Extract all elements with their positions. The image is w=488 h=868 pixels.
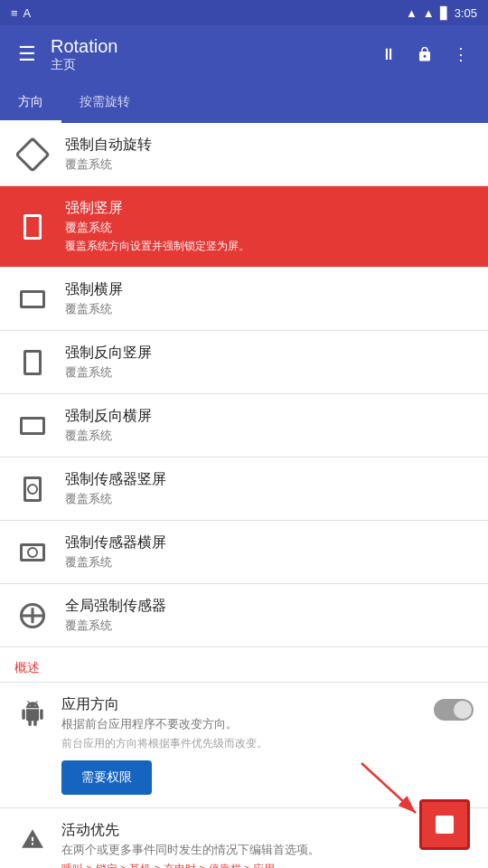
rotation-list: 强制自动旋转 覆盖系统 强制竖屏 覆盖系统 覆盖系统方向设置并强制锁定竖为屏。 …: [0, 123, 488, 647]
landscape-reverse-icon: [14, 408, 51, 444]
status-right: ▲ ▲ ▊ 3:05: [406, 6, 477, 20]
warning-icon: [14, 821, 51, 857]
item-sensor-landscape-sub: 覆盖系统: [65, 554, 474, 571]
landscape-icon: [14, 281, 51, 317]
item-portrait-reverse-content: 强制反向竖屏 覆盖系统: [65, 344, 474, 381]
sensor-landscape-icon: [14, 534, 51, 571]
item-portrait-reverse-title: 强制反向竖屏: [65, 344, 474, 363]
toolbar-title: Rotation 主页: [51, 36, 372, 73]
svg-line-1: [361, 763, 416, 813]
item-landscape-reverse-content: 强制反向横屏 覆盖系统: [65, 407, 474, 444]
item-landscape-sub: 覆盖系统: [65, 301, 474, 317]
item-global-sensor[interactable]: 全局强制传感器 覆盖系统: [0, 584, 488, 647]
toolbar: ☰ Rotation 主页 ⏸ ⋮: [0, 25, 488, 83]
item-portrait-sub: 覆盖系统: [65, 220, 474, 236]
app-setting-content: 应用方向 根据前台应用程序不要改变方向。: [61, 695, 238, 732]
app-name: Rotation: [51, 36, 372, 57]
item-landscape[interactable]: 强制横屏 覆盖系统: [0, 268, 488, 331]
lock-button[interactable]: [408, 38, 441, 71]
app-setting-sub: 根据前台应用程序不要改变方向。: [61, 716, 238, 732]
item-global-sensor-content: 全局强制传感器 覆盖系统: [65, 597, 474, 634]
portrait-icon: [14, 209, 51, 245]
activity-content: 活动优先 在两个或更多事件同时发生的情况下编辑首选项。: [61, 821, 320, 858]
status-bar: ≡ A ▲ ▲ ▊ 3:05: [0, 0, 488, 25]
item-sensor-portrait[interactable]: 强制传感器竖屏 覆盖系统: [0, 458, 488, 521]
portrait-reverse-icon: [14, 344, 51, 381]
tabs: 方向 按需旋转: [0, 83, 488, 123]
item-portrait-title: 强制竖屏: [65, 199, 474, 218]
activity-title: 活动优先: [61, 821, 320, 840]
notification-icon-1: ≡: [11, 6, 18, 20]
permission-button[interactable]: 需要权限: [61, 760, 152, 795]
activity-links[interactable]: 呼叫 > 锁定 > 耳机 > 充电时 > 停靠栏 > 应用: [61, 862, 474, 868]
app-direction-toggle[interactable]: [434, 699, 474, 721]
activity-sub: 在两个或更多事件同时发生的情况下编辑首选项。: [61, 842, 320, 858]
fab-button[interactable]: [419, 799, 470, 850]
item-landscape-content: 强制横屏 覆盖系统: [65, 280, 474, 317]
section-label: 概述: [0, 647, 488, 683]
tab-direction[interactable]: 方向: [0, 83, 61, 121]
item-portrait-reverse-sub: 覆盖系统: [65, 364, 474, 381]
item-sensor-portrait-sub: 覆盖系统: [65, 491, 474, 507]
app-setting-row: 应用方向 根据前台应用程序不要改变方向。: [14, 695, 474, 732]
item-portrait-desc: 覆盖系统方向设置并强制锁定竖为屏。: [65, 239, 474, 254]
tab-on-demand[interactable]: 按需旋转: [61, 83, 148, 121]
item-portrait-content: 强制竖屏 覆盖系统 覆盖系统方向设置并强制锁定竖为屏。: [65, 199, 474, 254]
more-options-button[interactable]: ⋮: [445, 38, 477, 71]
item-portrait[interactable]: 强制竖屏 覆盖系统 覆盖系统方向设置并强制锁定竖为屏。: [0, 186, 488, 268]
item-landscape-title: 强制横屏: [65, 280, 474, 299]
item-auto-rotate[interactable]: 强制自动旋转 覆盖系统: [0, 123, 488, 186]
notification-icon-2: A: [23, 6, 32, 20]
sensor-portrait-icon: [14, 471, 51, 507]
item-auto-title: 强制自动旋转: [65, 136, 474, 155]
app-subtitle: 主页: [51, 57, 372, 73]
toolbar-actions: ⏸ ⋮: [372, 38, 477, 71]
item-landscape-reverse-title: 强制反向横屏: [65, 407, 474, 426]
item-global-sensor-sub: 覆盖系统: [65, 618, 474, 634]
item-sensor-portrait-title: 强制传感器竖屏: [65, 470, 474, 489]
item-auto-sub: 覆盖系统: [65, 156, 474, 173]
activity-row: 活动优先 在两个或更多事件同时发生的情况下编辑首选项。: [14, 821, 474, 858]
item-landscape-reverse[interactable]: 强制反向横屏 覆盖系统: [0, 394, 488, 458]
item-sensor-landscape-title: 强制传感器横屏: [65, 533, 474, 552]
section-label-text: 概述: [14, 660, 40, 675]
item-portrait-reverse[interactable]: 强制反向竖屏 覆盖系统: [0, 331, 488, 394]
item-landscape-reverse-sub: 覆盖系统: [65, 428, 474, 444]
item-sensor-landscape[interactable]: 强制传感器横屏 覆盖系统: [0, 521, 488, 584]
menu-button[interactable]: ☰: [11, 35, 43, 73]
auto-rotate-icon: [14, 137, 51, 173]
app-setting-desc: 前台应用的方向将根据事件优先级而改变。: [61, 736, 474, 751]
time-display: 3:05: [455, 6, 477, 20]
pause-button[interactable]: ⏸: [372, 38, 405, 71]
wifi-icon: ▲: [406, 6, 418, 20]
battery-icon: ▊: [440, 6, 449, 20]
status-left-icons: ≡ A: [11, 6, 31, 20]
global-sensor-icon: [14, 598, 51, 634]
item-sensor-portrait-content: 强制传感器竖屏 覆盖系统: [65, 470, 474, 507]
item-global-sensor-title: 全局强制传感器: [65, 597, 474, 616]
app-setting-title: 应用方向: [61, 695, 238, 714]
fab-stop-icon: [436, 816, 454, 834]
item-sensor-landscape-content: 强制传感器横屏 覆盖系统: [65, 533, 474, 571]
item-auto-content: 强制自动旋转 覆盖系统: [65, 136, 474, 173]
signal-icon: ▲: [423, 6, 435, 20]
android-icon: [14, 695, 51, 731]
